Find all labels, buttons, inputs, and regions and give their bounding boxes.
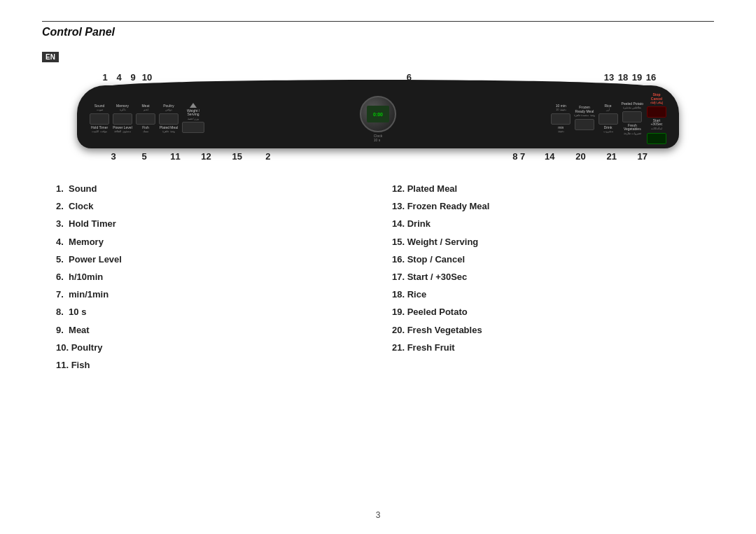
poultry-button-group: Poultryدواجن Plated Mealوجبة جاهزة	[159, 104, 178, 134]
num-top-1: 1	[98, 72, 112, 83]
main-dial[interactable]: 0:00	[360, 96, 396, 132]
num-bot-17: 17	[636, 151, 650, 162]
legend-item-3: 3. Hold Timer	[56, 218, 364, 230]
legend-item-4: 4. Memory	[56, 236, 364, 248]
legend-item-6: 6. h/10min	[56, 271, 364, 283]
rice-button-group: Riceأرز Drinkمشروب	[598, 104, 618, 134]
hmin-top-label: 10 minدقيقة 10	[556, 104, 566, 112]
legend-item-10: 10. Poultry	[56, 342, 364, 354]
num-bot-15: 15	[230, 151, 244, 162]
page: Control Panel EN 1 4 9 10 6 13 18 19 16 …	[0, 0, 756, 534]
num-bot-20: 20	[573, 151, 587, 162]
num-top-19: 19	[630, 72, 644, 83]
page-title: Control Panel	[42, 26, 714, 38]
memory-button[interactable]	[113, 113, 132, 125]
legend-item-7: 7. min/1min	[56, 288, 364, 301]
display-screen: 0:00	[367, 106, 389, 122]
control-panel: Soundصوت Hold Timerمؤقت التثبيت Memoryذا…	[77, 85, 679, 148]
legend: 1. Sound 2. Clock 3. Hold Timer 4. Memor…	[42, 183, 714, 377]
num-top-10: 10	[140, 72, 154, 83]
num-top-13: 13	[602, 72, 616, 83]
title-section: Control Panel	[42, 21, 714, 38]
num-bot-12: 12	[200, 151, 214, 162]
frozen-button-group: FrozenReady Mealوجبة مجمدة جاهزة	[574, 106, 594, 132]
dial-area[interactable]: 0:00 Clock10 s	[360, 96, 396, 142]
num-bot-2: 2	[261, 151, 275, 162]
poultry-button[interactable]	[159, 113, 178, 125]
poultry-top-label: Poultryدواجن	[163, 104, 174, 112]
start-label: Start+30Secابدأ/+30ث	[650, 119, 662, 131]
legend-item-13: 13. Frozen Ready Meal	[392, 200, 700, 213]
hmin-bottom-label: minدقيقة	[558, 126, 564, 134]
potato-button[interactable]	[622, 111, 642, 122]
hmin-button[interactable]	[551, 113, 570, 125]
frozen-top-label: FrozenReady Mealوجبة مجمدة جاهزة	[574, 106, 594, 118]
num-bot-3: 3	[106, 151, 120, 162]
sound-button[interactable]	[90, 113, 109, 125]
poultry-bottom-label: Plated Mealوجبة جاهزة	[160, 126, 178, 134]
sound-top-label: Soundصوت	[94, 104, 104, 112]
num-top-9: 9	[126, 72, 140, 83]
legend-left-col: 1. Sound 2. Clock 3. Hold Timer 4. Memor…	[42, 183, 378, 377]
stop-button[interactable]	[647, 106, 666, 118]
memory-top-label: Memoryذاكرة	[116, 104, 129, 112]
legend-item-5: 5. Power Level	[56, 253, 364, 266]
sound-bottom-label: Hold Timerمؤقت التثبيت	[91, 126, 108, 134]
num-bot-11: 11	[168, 151, 182, 162]
potato-button-group: Peeled Potatoبطاطس مقشرة FreshVegetables…	[622, 102, 643, 136]
legend-item-21: 21. Fresh Fruit	[392, 342, 700, 354]
stop-top-label: StopCancelإيقاف/إلغاء	[650, 93, 662, 105]
legend-item-12: 12. Plated Meal	[392, 183, 700, 195]
start-button[interactable]	[647, 133, 666, 144]
num-top-16: 16	[644, 72, 658, 83]
legend-item-19: 19. Peeled Potato	[392, 306, 700, 318]
weight-top-label: Weight /Servingوزن/حصة	[187, 109, 200, 121]
num-bot-21: 21	[605, 151, 619, 162]
legend-item-16: 16. Stop / Cancel	[392, 253, 700, 266]
legend-item-2: 2. Clock	[56, 200, 364, 213]
frozen-button[interactable]	[575, 119, 594, 130]
meat-top-label: Meatلحم	[141, 104, 149, 112]
rice-top-label: Riceأرز	[605, 104, 612, 112]
memory-bottom-label: Power Levelمستوى الطاقة	[113, 126, 132, 134]
meat-button-group: Meatلحم Fishسمك	[136, 104, 155, 134]
legend-item-9: 9. Meat	[56, 324, 364, 337]
memory-button-group: Memoryذاكرة Power Levelمستوى الطاقة	[113, 104, 132, 134]
num-bot-5: 5	[137, 151, 151, 162]
legend-item-14: 14. Drink	[392, 218, 700, 230]
legend-item-15: 15. Weight / Serving	[392, 236, 700, 248]
legend-item-1: 1. Sound	[56, 183, 364, 195]
display-text: 0:00	[373, 112, 383, 117]
num-bot-14: 14	[542, 151, 556, 162]
legend-right-col: 12. Plated Meal 13. Frozen Ready Meal 14…	[378, 183, 714, 377]
num-bot-87: 8 7	[512, 151, 526, 162]
meat-button[interactable]	[136, 113, 155, 125]
page-number: 3	[376, 510, 381, 520]
hmin-button-group: 10 minدقيقة 10 minدقيقة	[551, 104, 570, 134]
num-top-18: 18	[616, 72, 630, 83]
sound-button-group: Soundصوت Hold Timerمؤقت التثبيت	[90, 104, 109, 134]
legend-item-8: 8. 10 s	[56, 306, 364, 318]
potato-bottom-label: FreshVegetablesخضروات طازجة	[624, 124, 641, 136]
num-top-4: 4	[112, 72, 126, 83]
bottom-number-row: 3 5 11 12 15 2 8 7 14 20 21 17	[77, 151, 679, 162]
rice-button[interactable]	[598, 113, 618, 125]
clock-label: Clock10 s	[374, 134, 383, 142]
language-badge: EN	[42, 52, 59, 62]
rice-bottom-label: Drinkمشروب	[603, 126, 613, 134]
potato-top-label: Peeled Potatoبطاطس مقشرة	[622, 102, 643, 110]
weight-button[interactable]	[182, 122, 204, 133]
legend-item-17: 17. Start / +30Sec	[392, 271, 700, 283]
legend-item-20: 20. Fresh Vegetables	[392, 324, 700, 337]
legend-item-18: 18. Rice	[392, 288, 700, 301]
legend-item-11: 11. Fish	[56, 359, 364, 372]
diagram-wrapper: 1 4 9 10 6 13 18 19 16 Soundصوت Hold Tim…	[77, 72, 679, 162]
weight-button-group: Weight /Servingوزن/حصة	[182, 103, 204, 135]
stop-start-button-group: StopCancelإيقاف/إلغاء Start+30Secابدأ/+3…	[647, 93, 666, 144]
meat-bottom-label: Fishسمك	[142, 126, 148, 134]
